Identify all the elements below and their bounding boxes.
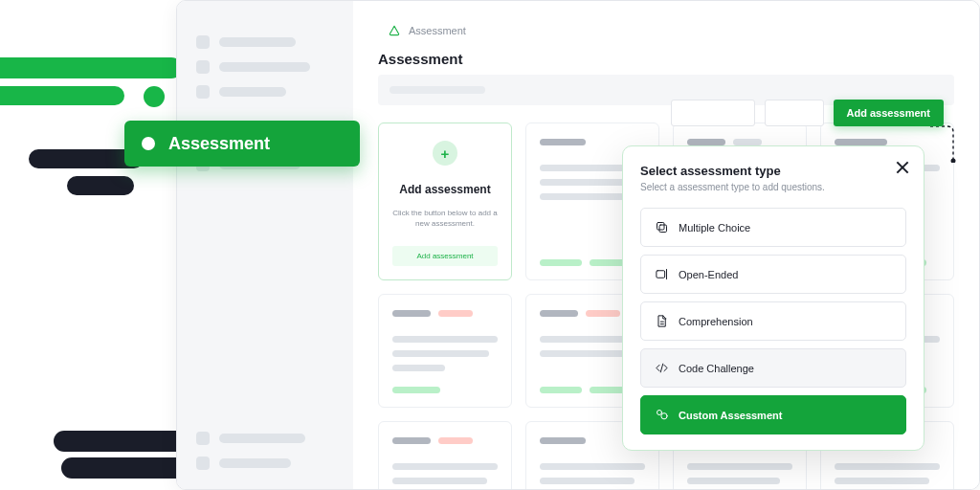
sidebar-group [196, 432, 334, 470]
svg-point-5 [661, 413, 667, 419]
option-label: Custom Assessment [679, 410, 782, 421]
filter-pill[interactable] [671, 100, 755, 126]
document-icon [655, 314, 669, 328]
add-card-button[interactable]: Add assessment [392, 246, 498, 266]
option-open-ended[interactable]: Open-Ended [640, 255, 906, 294]
svg-rect-1 [657, 223, 665, 231]
add-assessment-card[interactable]: + Add assessment Click the button below … [378, 122, 512, 280]
bg-blob [0, 86, 124, 105]
option-multiple-choice[interactable]: Multiple Choice [640, 208, 906, 247]
add-assessment-button[interactable]: Add assessment [834, 100, 944, 126]
bg-blob [67, 176, 134, 195]
sidebar-item[interactable] [196, 457, 334, 470]
text-cursor-icon [655, 267, 669, 281]
option-label: Open-Ended [679, 269, 738, 280]
shapes-icon [655, 408, 669, 422]
sidebar-item[interactable] [196, 85, 334, 99]
assessment-card[interactable] [378, 421, 512, 489]
assessment-type-list: Multiple Choice Open-Ended Comprehension… [640, 208, 906, 434]
svg-rect-2 [659, 225, 667, 233]
option-custom-assessment[interactable]: Custom Assessment [640, 395, 906, 434]
option-label: Comprehension [679, 316, 753, 327]
sidebar-highlight-label: Assessment [168, 134, 270, 154]
bg-blob [0, 57, 182, 78]
triangle-icon [388, 24, 401, 37]
add-card-subtitle: Click the button below to add a new asse… [392, 208, 498, 229]
page-actions: Add assessment [671, 100, 944, 126]
add-assessment-label: Add assessment [847, 107, 930, 119]
close-icon[interactable] [895, 160, 910, 175]
assessment-type-modal: Select assessment type Select a assessme… [622, 145, 924, 451]
breadcrumb-label: Assessment [409, 25, 466, 36]
sidebar-highlight-tag: Assessment [124, 121, 360, 167]
sidebar-item[interactable] [196, 35, 334, 49]
sidebar-item[interactable] [196, 60, 334, 74]
option-label: Multiple Choice [679, 222, 750, 234]
assessment-card[interactable] [378, 294, 512, 408]
page-title: Assessment [378, 51, 954, 67]
svg-point-4 [657, 411, 662, 415]
option-label: Code Challenge [679, 363, 754, 374]
dot-icon [142, 137, 155, 150]
add-card-title: Add assessment [392, 183, 498, 196]
sidebar-item[interactable] [196, 432, 334, 445]
svg-rect-3 [657, 271, 665, 278]
layers-icon [655, 220, 669, 234]
sort-pill[interactable] [765, 100, 824, 126]
bg-blob [144, 86, 165, 107]
breadcrumb: Assessment [388, 24, 954, 37]
option-code-challenge[interactable]: Code Challenge [640, 348, 906, 388]
code-icon [655, 361, 669, 375]
modal-title: Select assessment type [640, 164, 906, 178]
plus-icon: + [433, 141, 457, 166]
modal-subtitle: Select a assessment type to add question… [640, 182, 906, 192]
sidebar [177, 1, 353, 489]
option-comprehension[interactable]: Comprehension [640, 301, 906, 341]
sidebar-group [196, 35, 334, 99]
